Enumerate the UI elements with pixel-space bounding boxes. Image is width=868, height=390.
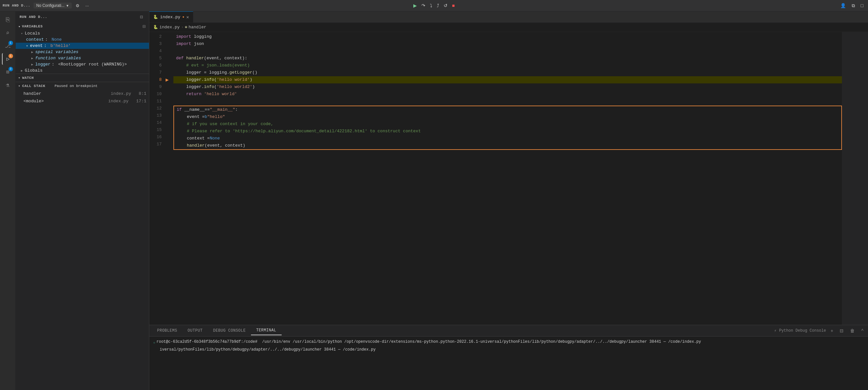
tab-index-py[interactable]: 🐍 index.py ● ✕ <box>149 11 193 23</box>
tab-problems[interactable]: PROBLEMS <box>152 326 183 335</box>
breadcrumb-symbol[interactable]: handler <box>188 25 206 30</box>
variables-collapse-button[interactable]: ⊟ <box>142 24 146 29</box>
call-stack-frame-module[interactable]: <module> index.py 17:1 <box>16 97 149 105</box>
var-context-name: context <box>26 37 44 42</box>
var-logger[interactable]: ▶ logger : <RootLogger root (WARNING)> <box>16 61 149 67</box>
no-config-button[interactable]: No Configurati... ▼ <box>34 3 72 8</box>
breakpoint-arrow-line8: ▶ <box>165 76 169 83</box>
function-variables-group[interactable]: ▶ function variables <box>16 55 149 61</box>
test-activity-icon[interactable]: ⚗ <box>2 79 14 91</box>
tab-terminal[interactable]: TERMINAL <box>251 326 282 335</box>
code-line-13: event = b"hello" <box>174 113 841 121</box>
locals-group[interactable]: ▾ Locals <box>16 30 149 36</box>
run-debug-label: RUN AND D... <box>3 4 30 7</box>
python-tab-icon: 🐍 <box>153 15 158 20</box>
breakpoint-gutters: ▶ <box>165 32 174 325</box>
code-line-2: import logging <box>174 33 842 40</box>
step-out-button[interactable]: ⤴ <box>435 2 441 9</box>
breadcrumb: 🐍 index.py › ⊕ handler <box>149 23 868 32</box>
call-stack-frame-location-handler: index.py 8:1 <box>111 91 146 96</box>
main-layout: ⎘ ⌕ ⎇ 1 ▷ 1 ⊞ 3 ⚗ RUN AND D... ⊟ ▾ VARIA <box>0 11 868 390</box>
call-stack-frame-name-module: <module> <box>24 99 44 104</box>
tab-label: index.py <box>160 15 180 20</box>
globals-group[interactable]: ▶ Globals <box>16 67 149 74</box>
files-activity-icon[interactable]: ⎘ <box>2 14 14 26</box>
sidebar-title: RUN AND D... <box>20 15 47 19</box>
watch-section: ▾ WATCH <box>16 74 149 82</box>
restart-button[interactable]: ↺ <box>442 2 450 9</box>
bottom-panel: PROBLEMS OUTPUT DEBUG CONSOLE TERMINAL ⚡… <box>149 325 868 390</box>
kill-terminal-button[interactable]: 🗑 <box>848 327 857 334</box>
watch-header[interactable]: ▾ WATCH <box>16 74 149 82</box>
minimap <box>842 32 868 325</box>
step-over-button[interactable]: ↷ <box>420 2 427 9</box>
python-breadcrumb-icon: 🐍 <box>153 25 158 30</box>
tab-bar: 🐍 index.py ● ✕ <box>149 11 868 23</box>
debug-title-left: RUN AND D... No Configurati... ▼ ⚙ ··· <box>3 3 409 9</box>
line-numbers: 2 3 4 5 6 7 8 9 10 11 12 13 14 15 16 17 <box>149 32 165 325</box>
variables-label: VARIABLES <box>22 25 43 28</box>
code-line-14: # if you use context in your code, <box>174 121 841 128</box>
split-editor-button[interactable]: ⧉ <box>850 2 857 9</box>
search-activity-icon[interactable]: ⌕ <box>2 27 14 39</box>
code-editor[interactable]: 2 3 4 5 6 7 8 9 10 11 12 13 14 15 16 17 <box>149 32 868 325</box>
var-logger-value: <RootLogger root (WARNING)> <box>58 62 127 67</box>
stop-button[interactable]: ■ <box>450 2 457 9</box>
accounts-button[interactable]: 👤 <box>838 2 848 9</box>
maximize-button[interactable]: □ <box>859 2 865 9</box>
code-line-12: if __name__=="__main__": <box>174 106 841 113</box>
code-line-7: logger = logging.getLogger() <box>174 69 842 76</box>
split-terminal-button[interactable]: ⊟ <box>838 327 845 334</box>
var-context-value: None <box>52 37 62 42</box>
variables-section: ▾ VARIABLES ⊟ ▾ Locals context : None <box>16 23 149 74</box>
debug-sidebar: RUN AND D... ⊟ ▾ VARIABLES ⊟ ▾ Locals co… <box>16 11 149 390</box>
tab-output[interactable]: OUTPUT <box>183 326 208 335</box>
editor-area: 🐍 index.py ● ✕ 🐍 index.py › ⊕ handler 2 … <box>149 11 868 390</box>
var-event-value: b'hello' <box>51 43 71 48</box>
terminal-line-1: ○ root@c-63ca2d5f-6b348f3b56c74a77b9df:/… <box>153 338 864 346</box>
sidebar-section: ▾ VARIABLES ⊟ ▾ Locals context : None <box>16 23 149 390</box>
code-line-17: handler(event, context) <box>174 142 841 149</box>
tab-close-button[interactable]: ✕ <box>186 14 189 20</box>
tab-debug-console[interactable]: DEBUG CONSOLE <box>208 326 251 335</box>
terminal-command-text: root@c-63ca2d5f-6b348f3b56c74a77b9df:/co… <box>156 338 701 345</box>
call-stack-status: Paused on breakpoint <box>55 84 97 88</box>
code-lines: import logging import json def handler(e… <box>174 32 842 325</box>
continue-button[interactable]: ▶ <box>411 2 419 9</box>
panel-maximize-button[interactable]: ^ <box>859 327 865 334</box>
code-line-4 <box>174 47 842 55</box>
title-bar: RUN AND D... No Configurati... ▼ ⚙ ··· ▶… <box>0 0 868 11</box>
terminal-prompt-icon: ○ <box>153 340 155 346</box>
locals-label: Locals <box>25 31 40 36</box>
special-variables-label: special variables <box>35 50 79 55</box>
breadcrumb-file[interactable]: index.py <box>159 25 180 30</box>
breadcrumb-symbol-icon: ⊕ <box>185 25 187 30</box>
var-event-name: event <box>30 43 43 48</box>
code-line-10: return 'hello world' <box>174 91 842 98</box>
source-control-activity-icon[interactable]: ⎇ 1 <box>2 40 14 52</box>
code-line-16: context = None <box>174 135 841 142</box>
variables-chevron: ▾ <box>18 25 21 29</box>
call-stack-frame-location-module: index.py 17:1 <box>108 99 146 104</box>
extensions-activity-icon[interactable]: ⊞ 3 <box>2 66 14 78</box>
var-event[interactable]: ▾ event : b'hello' <box>16 43 149 49</box>
call-stack-header[interactable]: ▾ CALL STACK Paused on breakpoint <box>16 82 149 90</box>
call-stack-frame-handler[interactable]: handler index.py 8:1 <box>16 90 149 97</box>
special-variables-group[interactable]: ▶ special variables <box>16 49 149 55</box>
new-terminal-button[interactable]: + <box>829 327 835 334</box>
globals-label: Globals <box>25 68 43 73</box>
tab-modified-dot: ● <box>182 15 184 19</box>
more-button[interactable]: ··· <box>84 3 91 9</box>
var-context[interactable]: context : None <box>16 36 149 43</box>
step-into-button[interactable]: ⤵ <box>428 2 434 9</box>
panel-content[interactable]: ○ root@c-63ca2d5f-6b348f3b56c74a77b9df:/… <box>149 336 868 390</box>
orange-border-block: if __name__=="__main__": event = b"hello… <box>174 105 842 150</box>
code-line-11 <box>174 98 842 105</box>
settings-button[interactable]: ⚙ <box>74 3 82 9</box>
variables-section-title[interactable]: ▾ VARIABLES ⊟ <box>16 23 149 30</box>
debug-activity-icon[interactable]: ▷ 1 <box>2 53 14 65</box>
code-line-9: logger.info('hello world2') <box>174 84 842 91</box>
panel-tab-right: ⚡ Python Debug Console + ⊟ 🗑 ^ <box>774 327 865 334</box>
code-line-8: logger.info('hello world') <box>174 76 842 84</box>
sidebar-collapse-button[interactable]: ⊟ <box>138 14 145 20</box>
